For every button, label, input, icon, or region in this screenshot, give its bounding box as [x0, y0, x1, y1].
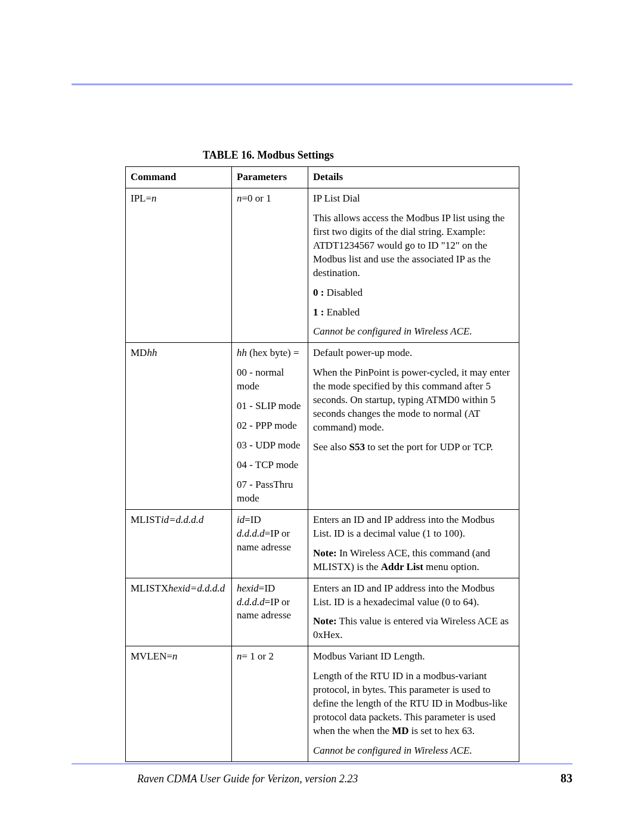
param-var: d.d.d.d — [237, 528, 265, 539]
detail-note: Cannot be configured in Wireless ACE. — [313, 744, 514, 758]
detail-note: Cannot be configured in Wireless ACE. — [313, 325, 514, 339]
table-row: IPL=n n=0 or 1 IP List Dial This allows … — [126, 188, 519, 342]
table-row: MDhh hh (hex byte) = 00 - normal mode 01… — [126, 343, 519, 509]
table-caption: TABLE 16. Modbus Settings — [203, 149, 572, 162]
col-command: Command — [126, 167, 232, 188]
detail-line: Enters an ID and IP address into the Mod… — [313, 582, 514, 609]
page-number: 83 — [561, 772, 572, 785]
cell-details: Modbus Variant ID Length. Length of the … — [308, 646, 519, 762]
table-row: MLISTXhexid=d.d.d.d hexid=ID d.d.d.d=IP … — [126, 578, 519, 646]
param-var: hexid — [237, 583, 259, 594]
detail-line: This allows access the Modbus IP list us… — [313, 212, 514, 280]
cmd-var: hexid=d.d.d.d — [168, 583, 225, 594]
param-var: hh — [237, 347, 247, 358]
cmd-text: MVLEN= — [131, 651, 172, 662]
text: is set to hex 63. — [409, 725, 475, 736]
cmd-text: MLIST — [131, 514, 161, 525]
text: to set the port for UDP or TCP. — [365, 441, 493, 453]
cell-parameters: n= 1 or 2 — [232, 646, 308, 762]
param-line: 00 - normal mode — [237, 366, 303, 394]
param-text: = 1 or 2 — [242, 651, 274, 662]
cell-command: MDhh — [126, 343, 232, 509]
table-row: MLISTid=d.d.d.d id=ID d.d.d.d=IP or name… — [126, 509, 519, 578]
page-footer: Raven CDMA User Guide for Verizon, versi… — [72, 763, 572, 785]
cell-parameters: id=ID d.d.d.d=IP or name adresse — [232, 509, 308, 578]
cmd-var: id=d.d.d.d — [161, 514, 203, 525]
cell-command: MLISTid=d.d.d.d — [126, 509, 232, 578]
text: See also — [313, 441, 349, 453]
table-row: MVLEN=n n= 1 or 2 Modbus Variant ID Leng… — [126, 646, 519, 762]
text: This value is entered via Wireless ACE a… — [313, 615, 509, 640]
table-header-row: Command Parameters Details — [126, 167, 519, 188]
param-line: 03 - UDP mode — [237, 439, 303, 453]
param-line: 01 - SLIP mode — [237, 400, 303, 413]
cell-details: IP List Dial This allows access the Modb… — [308, 188, 519, 342]
cell-details: Enters an ID and IP address into the Mod… — [308, 509, 519, 578]
detail-line: Note: This value is entered via Wireless… — [313, 615, 514, 642]
param-text: =ID — [244, 514, 261, 525]
detail-line: Modbus Variant ID Length. — [313, 650, 514, 664]
bold: MD — [392, 725, 408, 736]
cmd-var: n — [172, 651, 178, 662]
col-details: Details — [308, 167, 519, 188]
cmd-text: MLISTX — [131, 583, 168, 594]
param-line: id=ID — [237, 513, 303, 527]
param-line: 07 - PassThru mode — [237, 478, 303, 506]
detail-line: Length of the RTU ID in a modbus-variant… — [313, 670, 514, 738]
bold: Note: — [313, 615, 337, 627]
detail-line: 0 : Disabled — [313, 286, 514, 300]
detail-line: 1 : Enabled — [313, 306, 514, 320]
param-text: =0 or 1 — [242, 193, 271, 204]
param-var: n — [237, 193, 242, 204]
cell-command: IPL=n — [126, 188, 232, 342]
bold: S53 — [349, 441, 364, 453]
detail-line: Enters an ID and IP address into the Mod… — [313, 513, 514, 541]
cell-parameters: hh (hex byte) = 00 - normal mode 01 - SL… — [232, 343, 308, 509]
cell-command: MVLEN=n — [126, 646, 232, 762]
bold: Addr List — [381, 561, 423, 572]
param-var: id — [237, 514, 244, 525]
detail-line: When the PinPoint is power-cycled, it ma… — [313, 366, 514, 435]
text: menu option. — [423, 561, 479, 572]
cmd-text: MD — [131, 347, 147, 358]
detail-line: IP List Dial — [313, 192, 514, 206]
bold: Note: — [313, 547, 337, 559]
bold: 1 : — [313, 306, 324, 318]
param-var: n — [237, 651, 242, 662]
page: TABLE 16. Modbus Settings Command Parame… — [0, 0, 644, 833]
table-title: Modbus Settings — [257, 149, 334, 161]
cmd-var: hh — [147, 347, 157, 358]
bold: 0 : — [313, 287, 324, 298]
param-text: (hex byte) = — [247, 347, 299, 358]
param-line: d.d.d.d=IP or name adresse — [237, 527, 303, 555]
detail-line: See also S53 to set the port for UDP or … — [313, 441, 514, 454]
table-number: TABLE 16. — [203, 149, 255, 161]
param-line: 02 - PPP mode — [237, 419, 303, 433]
cell-parameters: n=0 or 1 — [232, 188, 308, 342]
cell-parameters: hexid=ID d.d.d.d=IP or name adresse — [232, 578, 308, 646]
param-line: hh (hex byte) = — [237, 346, 303, 360]
modbus-settings-table: Command Parameters Details IPL=n n=0 or … — [125, 166, 519, 762]
param-line: d.d.d.d=IP or name adresse — [237, 596, 303, 623]
cmd-text: IPL= — [131, 193, 151, 204]
param-text: =ID — [259, 583, 275, 594]
text: Enabled — [324, 306, 360, 318]
param-line: hexid=ID — [237, 582, 303, 596]
cell-command: MLISTXhexid=d.d.d.d — [126, 578, 232, 646]
detail-line: Default power-up mode. — [313, 346, 514, 360]
param-line: 04 - TCP mode — [237, 459, 303, 472]
param-var: d.d.d.d — [237, 596, 265, 608]
footer-title: Raven CDMA User Guide for Verizon, versi… — [137, 773, 358, 785]
cell-details: Default power-up mode. When the PinPoint… — [308, 343, 519, 509]
detail-line: Note: In Wireless ACE, this command (and… — [313, 547, 514, 574]
cmd-var: n — [151, 193, 157, 204]
cell-details: Enters an ID and IP address into the Mod… — [308, 578, 519, 646]
col-parameters: Parameters — [232, 167, 308, 188]
footer-rule — [72, 763, 572, 764]
header-rule — [72, 83, 572, 85]
text: Disabled — [324, 287, 363, 298]
